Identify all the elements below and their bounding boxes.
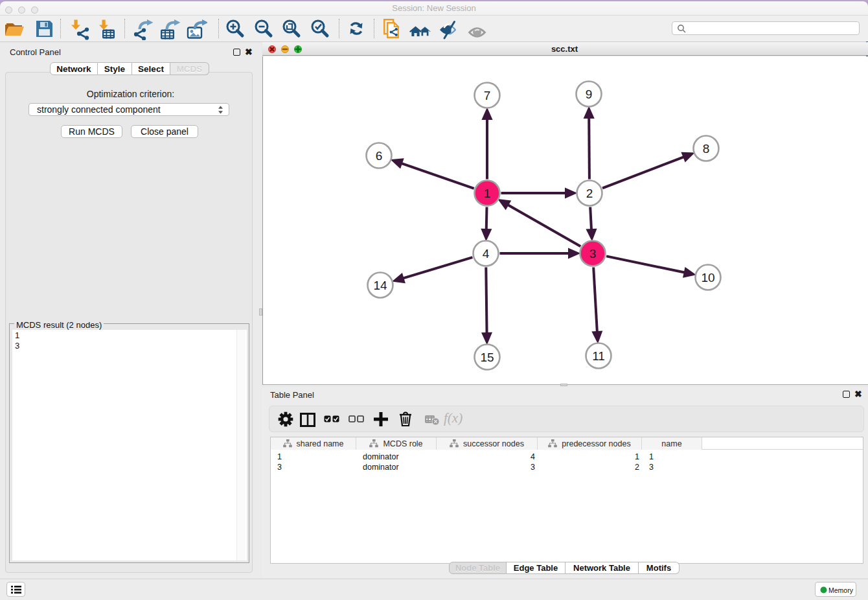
svg-text:9: 9 [586,87,593,101]
svg-text:3: 3 [589,247,597,260]
svg-text:4: 4 [483,247,490,260]
svg-text:1: 1 [484,187,491,200]
svg-text:2: 2 [586,187,593,200]
svg-text:10: 10 [701,271,714,284]
svg-text:7: 7 [484,89,491,102]
svg-text:15: 15 [480,351,494,364]
svg-text:8: 8 [703,142,710,156]
svg-text:6: 6 [376,149,383,163]
svg-text:11: 11 [592,349,605,363]
svg-text:14: 14 [373,279,387,292]
